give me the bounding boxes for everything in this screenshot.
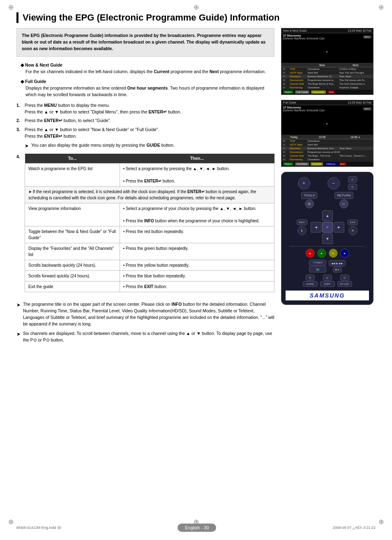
epg-full-ch-name-25: TCM — [288, 139, 306, 143]
remote-ttx-row: TTX/MIX 📺 ◀◀ ▶ ▶▶ ■ ● — [309, 260, 345, 272]
table-row: Scrolls forward quickly (24 hours). • Pr… — [25, 271, 274, 282]
epg-full-row-32: 32 Cartoon Nwk The Bugs.. The Grim.. The… — [281, 154, 373, 158]
epg-full-btn-exit[interactable]: Exit — [339, 162, 346, 166]
remote-ttx-label: TTX/MIX — [309, 260, 326, 265]
epg-btn-full-guide[interactable]: Full Guide — [295, 90, 309, 94]
epg-full-ch-name-26: UKTV Style — [288, 143, 306, 147]
epg-full-btn-watch[interactable]: Watch — [283, 162, 293, 166]
epg-full-ch-num-33: 33 — [281, 158, 288, 162]
epg-full-btn-defaults[interactable]: Defaults — [311, 162, 323, 166]
table-col-then: Then... — [120, 154, 274, 164]
epg-col-next: Next — [338, 63, 374, 67]
epg-prog-next-26: Saw This and Thought.. — [338, 71, 374, 75]
bottom-note-2-text: Six channels are displayed. To scroll be… — [23, 330, 274, 344]
epg-prog-now-32: The Bugs Bunny & Roa.. — [307, 82, 338, 86]
epg-full-preview-placeholder: ▶ — [326, 122, 328, 125]
remote-guide-btn[interactable]: GUIDE — [303, 281, 318, 287]
epg-ch-num-25: 25 — [281, 67, 288, 71]
epg-ch-num-27: 27 — [281, 75, 288, 78]
register-mark-tc: ⊕ — [194, 3, 199, 11]
remote-dpad-left[interactable]: ◄ — [311, 222, 321, 233]
table-cell-to-4: Display the "Favourites" and the "All Ch… — [25, 243, 120, 260]
epg-full-prog-26: Hard Sell — [306, 143, 373, 147]
remote-dpad-row: INFO ℹ ▲ ◄ ↵ ► ▼ EXI — [297, 210, 358, 244]
right-column: Now & Next Guide 13:28 Wed 18 Feb 27 Dis… — [281, 28, 376, 347]
remote-dpad-right[interactable]: ► — [334, 222, 344, 233]
epg-ch-num-26: 26 — [281, 71, 288, 75]
epg-full-prog-33: Closedown — [306, 158, 373, 162]
epg-full-prog-name: Extreme Machines: Armoured Cars — [283, 109, 325, 112]
epg-row-26: 26 UKTV Style Hard Sell Saw This and Tho… — [281, 71, 373, 75]
step-4: 4. To... Then... Watch a programm — [16, 154, 274, 298]
epg-full-table: Today 13:00 14:00 ► 25 TCM Closedown 26 — [281, 135, 373, 162]
epg-prog-now-26: Hard Sell — [307, 71, 338, 75]
page: ⊕ ⊕ ⊕ ⊕ ⊕ ⊕ Viewing the EPG (Electronic … — [0, 0, 392, 540]
remote-chlist-btn[interactable]: CH LIST — [337, 281, 352, 287]
epg-col-now: Now — [307, 63, 338, 67]
remote-right-top-btn-2[interactable]: ⊡ — [348, 184, 357, 190]
table-row: Scrolls backwards quickly (24 hours). • … — [25, 260, 274, 271]
table-row: Display the "Favourites" and the "All Ch… — [25, 243, 274, 260]
remote-top-row: + − ⊡ ⊡ — [298, 176, 357, 190]
epg-prog-next-33: Inspector Gadget. — [338, 86, 374, 90]
remote-right-top-btn-1[interactable]: ⊡ — [348, 176, 357, 182]
remote-plus-btn[interactable]: + — [298, 177, 310, 189]
epg-ch-name-25: TCM — [288, 67, 306, 71]
epg-btn-exit[interactable]: Exit — [327, 90, 335, 94]
bottom-note-1-arrow: ➤ — [16, 301, 21, 327]
remote-info-label: INFO — [297, 219, 307, 225]
epg-now-next-channel-bar: 27 Discovery Extreme Machines: Armoured … — [281, 33, 373, 41]
epg-preview-placeholder: ▶ — [326, 50, 328, 53]
epg-row-25: 25 TCM Closedown A Patch of Blue — [281, 67, 373, 71]
remote-dpad-br — [334, 233, 344, 244]
epg-full-btn-nownext[interactable]: Now/Next — [295, 162, 309, 166]
remote-tools-btn[interactable]: TOOLS — [301, 192, 317, 199]
epg-full-col-1300: 13:00 — [306, 135, 338, 139]
remote-exit-btn[interactable]: ✕ — [348, 226, 357, 235]
epg-now-next-prog-name: Extreme Machines: Armoured Cars — [283, 37, 325, 40]
remote-dpad-up[interactable]: ▲ — [322, 210, 333, 221]
epg-now-next-table: Now Next 25 TCM Closedown A Patch of Blu… — [281, 63, 373, 90]
remote-dpad-enter[interactable]: ↵ — [322, 222, 333, 233]
bottom-note-2: ➤ Six channels are displayed. To scroll … — [16, 330, 274, 344]
epg-info-badge: INFO — [363, 35, 371, 39]
step-3-content: Press the ▲ or ▼ button to select "Now &… — [25, 127, 274, 140]
remote-green-btn[interactable]: ● — [317, 249, 326, 258]
samsung-logo: SAMSUNG — [286, 291, 369, 300]
table-cell-to-1: Watch a programme in the EPG list — [25, 164, 120, 187]
epg-col-header-blank — [281, 63, 307, 67]
epg-full-guide-screenshot: Full Guide 13:28 Wed 18 Feb 27 Discovery… — [281, 100, 374, 167]
epg-full-channel-bar: 27 Discovery Extreme Machines: Armoured … — [281, 105, 373, 113]
remote-blue-btn[interactable]: ● — [340, 249, 349, 258]
epg-full-ch-name-33: Boomerang — [288, 158, 306, 162]
remote-tools-icon[interactable]: ⚙ — [305, 199, 314, 208]
footer-left-text: BN68-01412M-Eng.indd 30 — [16, 526, 61, 530]
table-cell-then-4: • Press the green button repeatedly. — [120, 243, 274, 260]
epg-full-channel-info: 27 Discovery Extreme Machines: Armoured … — [283, 106, 325, 112]
epg-full-info-badge: INFO — [363, 107, 371, 111]
step-1-num: 1. — [16, 102, 22, 115]
remote-return-btn[interactable]: RETURN — [334, 192, 353, 199]
epg-ch-num-33: 33 — [281, 86, 288, 90]
epg-full-btn-24h[interactable]: 24Hours — [325, 162, 337, 166]
table-cell-to-6: Scrolls forward quickly (24 hours). — [25, 271, 120, 282]
epg-full-ch-num-28: 28 — [281, 150, 288, 154]
epg-full-prog-28: Programmes resume at 06:00 — [306, 150, 373, 154]
epg-btn-favourites[interactable]: Favourites — [311, 90, 326, 94]
remote-info-btn[interactable]: ℹ — [297, 226, 307, 235]
remote-minus-btn[interactable]: − — [327, 177, 340, 189]
register-mark-tr: ⊕ — [378, 3, 384, 11]
step-4-num: 4. — [16, 154, 22, 298]
remote-dpad-down[interactable]: ▼ — [322, 233, 333, 244]
remote-subt-btn[interactable]: SUBT — [320, 281, 335, 287]
epg-full-prog1-27: Extreme Machines: Arm.. — [306, 147, 338, 150]
epg-prog-next-25: A Patch of Blue — [338, 67, 374, 71]
steps: 1. Press the MENU button to display the … — [16, 102, 274, 150]
epg-btn-watch[interactable]: Watch — [283, 90, 293, 94]
epg-now-next-bottom-bar: Watch Full Guide Favourites Exit — [281, 90, 373, 95]
remote-ttx-btn[interactable]: 📺 — [309, 266, 326, 272]
remote-dpad-bl — [311, 233, 321, 244]
remote-red-btn[interactable]: ● — [306, 249, 315, 258]
remote-yellow-btn[interactable]: ● — [329, 249, 338, 258]
remote-return-icon[interactable]: ↩ — [339, 199, 348, 208]
